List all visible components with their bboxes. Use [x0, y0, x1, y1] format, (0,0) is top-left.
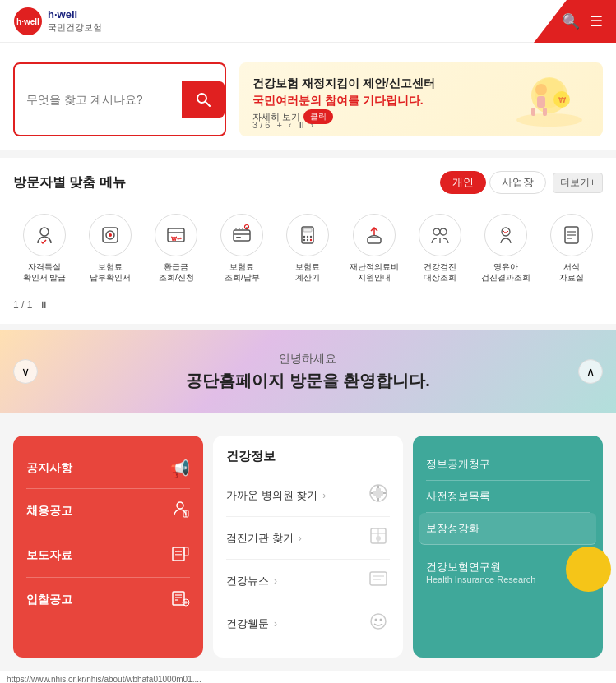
svg-rect-8: [537, 96, 545, 108]
premium-check-icon: [89, 214, 132, 256]
hamburger-icon[interactable]: ☰: [590, 12, 603, 30]
visit-menu-title: 방문자별 맞춤 메뉴: [13, 174, 126, 192]
health-item-hospital[interactable]: 가까운 병의원 찾기 ›: [226, 474, 390, 517]
svg-text:₩↩: ₩↩: [171, 236, 182, 242]
webtoon-icon: [367, 610, 390, 637]
infant-check-icon: [484, 214, 527, 256]
checkup-arrow: ›: [299, 533, 302, 544]
menu-item-calculator[interactable]: 보험료계산기: [276, 207, 339, 289]
next-btn[interactable]: ›: [311, 120, 314, 130]
info-label-coverage: 보장성강화: [426, 521, 479, 536]
info-label-disclosure: 정보공개청구: [426, 457, 490, 472]
menu-item-refund[interactable]: ₩↩ 환급금조회/신청: [145, 207, 207, 289]
welcome-greeting: 안녕하세요: [186, 352, 430, 367]
checkup-label: 검진기관 찾기: [226, 531, 294, 546]
notice-label-announcement: 공지사항: [26, 461, 72, 476]
health-item-checkup[interactable]: 검진기관 찾기 ›: [226, 517, 390, 560]
menu-header: 방문자별 맞춤 메뉴 개인 사업장 더보기+: [13, 171, 603, 194]
banner-decoration: ₩: [504, 62, 595, 136]
info-label-advance: 사전정보목록: [426, 489, 490, 504]
welcome-inner: 안녕하세요 공단홈페이지 방문을 환영합니다.: [169, 335, 447, 408]
svg-rect-62: [370, 572, 387, 585]
notice-icon-recruitment: [170, 499, 190, 523]
health-item-webtoon[interactable]: 건강웰툰 ›: [226, 602, 390, 644]
pagination-pause[interactable]: ⏸: [39, 299, 49, 311]
menu-label-qualification: 자격득실확인서 발급: [23, 261, 67, 283]
svg-point-16: [109, 233, 112, 237]
hospital-svg: [367, 482, 390, 505]
search-input[interactable]: [15, 85, 182, 114]
svg-rect-20: [234, 230, 250, 241]
health-card: 건강정보 가까운 병의원 찾기 › 검진기관 찾기 ›: [213, 436, 403, 658]
info-research-wrap: 건강보험연구원 Health Insurance Research: [426, 560, 535, 584]
premium-pay-icon: [220, 214, 263, 256]
webtoon-svg: [367, 610, 390, 633]
logo-text-wrap: h·well 국민건강보험: [48, 8, 102, 34]
menu-item-premium-check[interactable]: 보험료납부확인서: [79, 207, 141, 289]
menu-item-disaster[interactable]: 재난적의료비지원안내: [343, 207, 405, 289]
spacer2: [0, 324, 616, 330]
welcome-toggle-up[interactable]: ∧: [578, 359, 603, 384]
webtoon-arrow: ›: [274, 618, 277, 630]
search-button[interactable]: [182, 81, 225, 118]
menu-label-health-check: 건강검진대상조회: [424, 261, 456, 283]
welcome-message: 공단홈페이지 방문을 환영합니다.: [186, 370, 430, 392]
info-item-coverage[interactable]: 보장성강화: [419, 513, 596, 545]
notice-item-press[interactable]: 보도자료: [26, 533, 190, 578]
welcome-toggle-down[interactable]: ∨: [13, 359, 38, 384]
banner-controls: ‹ ⏸ ›: [289, 120, 313, 130]
tab-business[interactable]: 사업장: [489, 171, 546, 194]
search-icon[interactable]: 🔍: [562, 12, 580, 30]
health-item-news-left: 건강뉴스 ›: [226, 574, 277, 588]
more-button[interactable]: 더보기+: [553, 173, 603, 193]
svg-point-28: [310, 236, 312, 238]
svg-point-33: [433, 228, 440, 235]
info-item-disclosure[interactable]: 정보공개청구: [426, 449, 590, 481]
menu-item-health-check[interactable]: 건강검진대상조회: [409, 207, 471, 289]
svg-point-4: [516, 113, 582, 127]
info-item-research[interactable]: 건강보험연구원 Health Insurance Research: [426, 551, 590, 593]
recruitment-svg: [170, 499, 190, 519]
prev-btn[interactable]: ‹: [289, 120, 292, 130]
health-item-hospital-left: 가까운 병의원 찾기 ›: [226, 488, 326, 503]
notice-item-recruitment[interactable]: 채용공고: [26, 489, 190, 533]
visit-menu-section: 방문자별 맞춤 메뉴 개인 사업장 더보기+ 자격득실확인서 발급 보험료납부확…: [0, 158, 616, 324]
svg-point-7: [535, 84, 547, 95]
notice-icon-press: [170, 543, 190, 567]
checkup-svg: [367, 524, 390, 547]
svg-point-61: [376, 536, 381, 541]
notice-label-bid: 입찰공고: [26, 593, 72, 607]
svg-rect-22: [236, 237, 241, 238]
notice-item-announcement[interactable]: 공지사항 📢: [26, 449, 190, 489]
forms-icon: [550, 214, 593, 256]
header: h·well h·well 국민건강보험 🔍 ☰: [0, 0, 616, 43]
svg-point-67: [380, 619, 382, 621]
menu-item-premium-pay[interactable]: 보험료조회/납부: [211, 207, 273, 289]
news-arrow: ›: [274, 575, 277, 587]
info-item-advance[interactable]: 사전정보목록: [426, 481, 590, 513]
health-check-icon: [419, 214, 461, 256]
menu-item-qualification[interactable]: 자격득실확인서 발급: [13, 207, 76, 289]
search-icon: [195, 91, 211, 108]
disaster-icon: [353, 214, 396, 256]
info-research-en: Health Insurance Research: [426, 575, 535, 584]
svg-rect-57: [373, 491, 383, 496]
svg-rect-10: [543, 108, 547, 116]
health-item-checkup-left: 검진기관 찾기 ›: [226, 531, 302, 546]
logo-brand: h·well: [48, 8, 102, 21]
svg-point-31: [310, 239, 312, 241]
menu-item-forms[interactable]: 서식자료실: [540, 207, 603, 289]
notice-item-bid[interactable]: 입찰공고: [26, 578, 190, 621]
svg-text:₩: ₩: [558, 96, 567, 104]
tab-personal[interactable]: 개인: [440, 171, 486, 194]
hospital-icon: [367, 482, 390, 509]
welcome-section: ∨ 안녕하세요 공단홈페이지 방문을 환영합니다. ∧: [0, 330, 616, 413]
calculator-icon: [286, 214, 329, 256]
banner-illust: ₩: [508, 67, 591, 132]
logo[interactable]: h·well h·well 국민건강보험: [13, 7, 102, 36]
menu-item-infant-check[interactable]: 영유아검진결과조회: [475, 207, 537, 289]
health-item-news[interactable]: 건강뉴스 ›: [226, 560, 390, 602]
banner-slide-counter: 3 / 6: [252, 120, 270, 130]
pause-btn[interactable]: ⏸: [297, 120, 306, 130]
press-svg: [170, 543, 190, 563]
